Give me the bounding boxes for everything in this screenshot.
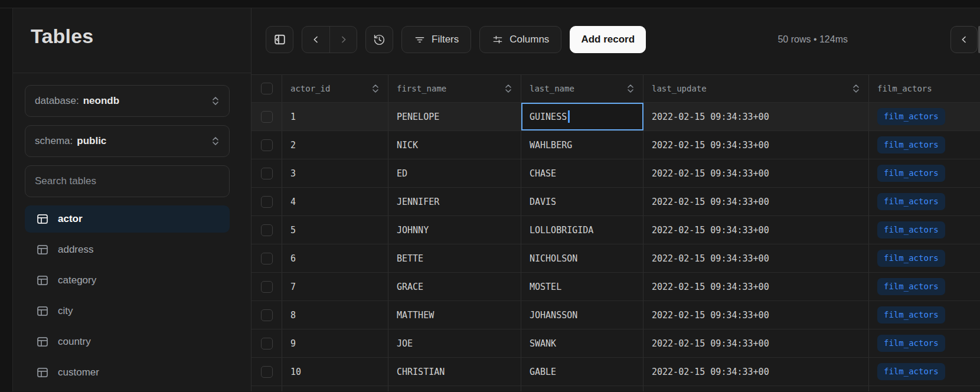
row-checkbox[interactable] [261, 111, 273, 123]
cell-last_update[interactable]: 2022-02-15 09:34:33+00 [643, 131, 869, 159]
cell-first_name[interactable]: JENNIFER [388, 188, 521, 215]
cell-actor_id[interactable]: 10 [282, 358, 388, 386]
next-page-button[interactable] [329, 27, 357, 53]
cell-value: 4 [290, 197, 296, 207]
cell-film_actors[interactable] [869, 386, 980, 391]
relation-badge[interactable]: film_actors [877, 363, 945, 381]
table-row: 3 ED CHASE 2022-02-15 09:34:33+00 film_a… [251, 159, 980, 188]
cell-last_name[interactable]: WAHLBERG [521, 131, 643, 159]
row-checkbox[interactable] [261, 139, 273, 151]
cell-last_name[interactable]: GABLE [521, 358, 643, 386]
cell-last_name[interactable]: CHASE [521, 159, 643, 187]
cell-first_name[interactable]: NICK [388, 131, 521, 159]
sidebar-item-actor[interactable]: actor [25, 205, 230, 233]
cell-actor_id[interactable] [282, 386, 388, 391]
cell-actor_id[interactable]: 3 [282, 159, 388, 187]
row-checkbox[interactable] [261, 366, 273, 378]
cell-first_name[interactable]: BETTE [388, 244, 521, 272]
relation-badge[interactable]: film_actors [877, 221, 945, 239]
cell-film-actors: film_actors [869, 329, 980, 357]
cell-last_update[interactable]: 2022-02-15 09:34:33+00 [643, 329, 869, 357]
cell-first_name[interactable]: PENELOPE [388, 103, 521, 130]
cell-last_update[interactable]: 2022-02-15 09:34:33+00 [643, 159, 869, 187]
add-record-button[interactable]: Add record [570, 26, 646, 53]
cell-actor_id[interactable]: 2 [282, 131, 388, 159]
cell-actor_id[interactable]: 4 [282, 188, 388, 215]
cell-value: DAVIS [530, 197, 556, 207]
cell-actor_id[interactable]: 5 [282, 216, 388, 244]
row-checkbox[interactable] [261, 253, 273, 264]
cell-last_update[interactable]: 2022-02-15 09:34:33+00 [643, 188, 869, 215]
sort-icon[interactable] [852, 83, 860, 94]
sidebar-item-city[interactable]: city [25, 298, 230, 325]
previous-page-button[interactable] [302, 27, 329, 53]
relation-badge[interactable]: film_actors [877, 165, 945, 182]
cell-last_update[interactable]: 2022-02-15 09:34:33+00 [643, 301, 869, 329]
cell-actor_id[interactable]: 7 [282, 273, 388, 300]
relation-badge[interactable]: film_actors [877, 306, 945, 324]
sidebar-item-address[interactable]: address [25, 236, 230, 263]
schema-select-value: public [77, 135, 106, 147]
sidebar-item-country[interactable]: country [25, 328, 230, 355]
cell-first_name[interactable]: CHRISTIAN [388, 358, 521, 386]
cell-film-actors: film_actors [869, 358, 980, 386]
row-checkbox[interactable] [261, 224, 273, 236]
cell-last_name[interactable]: MOSTEL [521, 273, 643, 300]
cell-last_name[interactable]: NICHOLSON [521, 244, 643, 272]
cell-first_name[interactable]: JOE [388, 329, 521, 357]
cell-actor_id[interactable]: 8 [282, 301, 388, 329]
column-header-film_actors[interactable]: film_actors [869, 75, 980, 102]
cell-first_name[interactable]: GRACE [388, 273, 521, 300]
cell-first_name[interactable]: ED [388, 159, 521, 187]
relation-badge[interactable]: film_actors [877, 108, 945, 126]
row-checkbox[interactable] [261, 281, 273, 293]
row-checkbox[interactable] [261, 338, 273, 349]
sort-icon[interactable] [504, 83, 512, 94]
column-header-actor_id[interactable]: actor_id [282, 75, 388, 102]
schema-select[interactable]: schema: public [25, 125, 230, 157]
cell-last_update[interactable]: 2022-02-15 09:34:33+00 [643, 244, 869, 272]
database-select[interactable]: database: neondb [25, 85, 230, 117]
cell-last_update[interactable]: 2022-02-15 09:34:33+00 [643, 216, 869, 244]
sidebar-item-customer[interactable]: customer [25, 359, 230, 386]
cell-last_name[interactable]: GUINESS [521, 103, 643, 130]
cell-last_name[interactable] [521, 386, 643, 391]
history-button[interactable] [365, 26, 393, 53]
cell-last_name[interactable]: SWANK [521, 329, 643, 357]
cell-value: 2022-02-15 09:34:33+00 [652, 310, 769, 321]
cell-first_name[interactable]: MATTHEW [388, 301, 521, 329]
collapse-sidebar-button[interactable] [266, 26, 293, 53]
column-header-last_update[interactable]: last_update [643, 75, 869, 102]
sort-icon[interactable] [626, 83, 635, 94]
cell-first_name[interactable] [388, 386, 521, 391]
cell-first_name[interactable]: JOHNNY [388, 216, 521, 244]
cell-actor_id[interactable]: 1 [282, 103, 388, 130]
select-all-checkbox[interactable] [261, 83, 273, 94]
row-checkbox[interactable] [261, 168, 273, 179]
relation-badge[interactable]: film_actors [877, 193, 945, 211]
row-checkbox[interactable] [261, 309, 273, 321]
cell-last_name[interactable]: LOLLOBRIGIDA [521, 216, 643, 244]
cell-last_update[interactable]: 2022-02-15 09:34:33+00 [643, 273, 869, 300]
cell-actor_id[interactable]: 9 [282, 329, 388, 357]
search-tables-input[interactable] [35, 175, 220, 187]
cell-last_update[interactable]: 2022-02-15 09:34:33+00 [643, 103, 869, 130]
cell-actor_id[interactable]: 6 [282, 244, 388, 272]
sort-icon[interactable] [371, 83, 380, 94]
collapse-right-panel-button[interactable] [950, 26, 978, 53]
cell-last_name[interactable]: DAVIS [521, 188, 643, 215]
row-checkbox[interactable] [261, 196, 273, 208]
relation-badge[interactable]: film_actors [877, 136, 945, 154]
column-header-first_name[interactable]: first_name [388, 75, 521, 102]
columns-button[interactable]: Columns [479, 26, 561, 53]
cell-last_update[interactable] [643, 386, 869, 391]
row-select-cell [251, 386, 282, 391]
cell-last_update[interactable]: 2022-02-15 09:34:33+00 [643, 358, 869, 386]
filters-button[interactable]: Filters [401, 26, 471, 53]
relation-badge[interactable]: film_actors [877, 335, 945, 352]
cell-last_name[interactable]: JOHANSSON [521, 301, 643, 329]
sidebar-item-category[interactable]: category [25, 267, 230, 294]
relation-badge[interactable]: film_actors [877, 250, 945, 267]
relation-badge[interactable]: film_actors [877, 278, 945, 296]
column-header-last_name[interactable]: last_name [521, 75, 643, 102]
